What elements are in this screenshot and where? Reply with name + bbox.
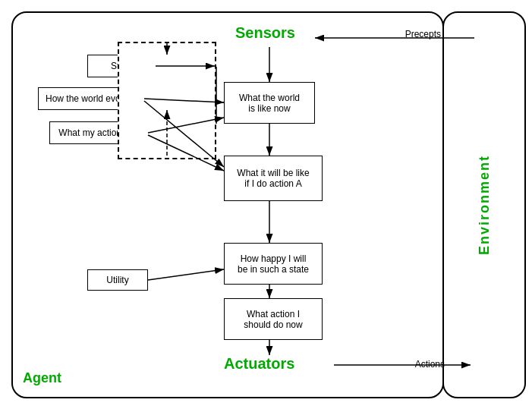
environment-box: Environment: [442, 11, 526, 398]
precepts-label: Precepts: [405, 29, 441, 39]
agent-box: [11, 11, 444, 398]
diagram-container: Environment Agent Sensors Actuators Prec…: [0, 0, 532, 409]
how-happy-box: How happy I will be in such a state: [224, 243, 323, 285]
what-action-box: What action I should do now: [224, 298, 323, 340]
sensors-label: Sensors: [235, 24, 295, 42]
utility-box: Utility: [87, 269, 148, 291]
environment-label: Environment: [477, 155, 493, 255]
action-a-box: What it will be like if I do action A: [224, 156, 323, 201]
actuators-label: Actuators: [224, 355, 294, 373]
state-memory-box: [118, 42, 216, 159]
agent-label: Agent: [23, 370, 61, 386]
world-now-box: What the world is like now: [224, 82, 315, 124]
actions-label: Actions: [415, 359, 445, 370]
